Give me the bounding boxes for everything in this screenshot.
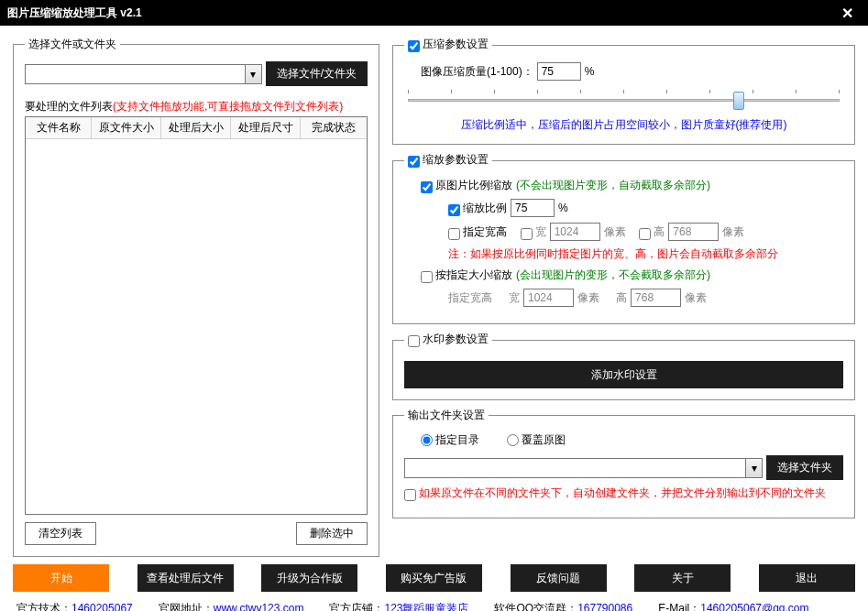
wh-checkbox[interactable]: 指定宽高 <box>448 224 507 240</box>
compress-toggle[interactable]: 压缩参数设置 <box>408 37 489 52</box>
file-select-legend: 选择文件或文件夹 <box>25 37 120 52</box>
col-newsize[interactable]: 处理后大小 <box>161 117 231 138</box>
output-group: 输出文件夹设置 指定目录 覆盖原图 ▾ 选择文件夹 如果原文件在不同的文件夹下，… <box>392 408 855 518</box>
watermark-toggle[interactable]: 水印参数设置 <box>408 332 489 347</box>
height-checkbox[interactable]: 高 <box>639 224 665 240</box>
width-input[interactable] <box>550 223 600 241</box>
width-checkbox[interactable]: 宽 <box>521 224 546 240</box>
tech-link[interactable]: 1460205067 <box>71 602 133 611</box>
delete-selected-button[interactable]: 删除选中 <box>296 522 368 545</box>
height-input[interactable] <box>668 223 719 241</box>
exit-button[interactable]: 退出 <box>759 564 855 592</box>
file-select-group: 选择文件或文件夹 ▾ 选择文件/文件夹 要处理的文件列表(支持文件拖放功能,可直… <box>13 37 379 557</box>
col-filename[interactable]: 文件名称 <box>26 117 92 138</box>
col-newdim[interactable]: 处理后尺寸 <box>231 117 301 138</box>
fixed-size-checkbox[interactable]: 按指定大小缩放 <box>421 267 512 283</box>
add-watermark-button[interactable]: 添加水印设置 <box>404 361 843 388</box>
compress-note: 压缩比例适中，压缩后的图片占用空间较小，图片质童好(推荐使用) <box>404 117 843 133</box>
file-table-body[interactable] <box>26 139 367 514</box>
mail-link[interactable]: 1460205067@qq.com <box>700 602 808 611</box>
file-path-combo[interactable]: ▾ <box>25 64 262 84</box>
buy-noad-button[interactable]: 购买免广告版 <box>386 564 482 592</box>
col-origsize[interactable]: 原文件大小 <box>92 117 161 138</box>
quality-label: 图像压缩质量(1-100)： <box>421 64 533 80</box>
select-file-button[interactable]: 选择文件/文件夹 <box>266 61 368 86</box>
qq-link[interactable]: 167790086 <box>577 602 632 611</box>
ratio-checkbox[interactable]: 缩放比例 <box>448 201 507 216</box>
title-bar: 图片压缩缩放处理工具 v2.1 ✕ <box>0 0 868 26</box>
feedback-button[interactable]: 反馈问题 <box>511 564 607 592</box>
compress-group: 压缩参数设置 图像压缩质量(1-100)： % 压缩比例适中，压缩后的图片占用空… <box>392 37 855 145</box>
scale-group: 缩放参数设置 原图片比例缩放 (不会出现图片变形，自动截取多余部分) 缩放比例 … <box>392 152 855 324</box>
ratio-input[interactable] <box>511 199 555 217</box>
col-status[interactable]: 完成状态 <box>301 117 367 138</box>
slider-thumb[interactable] <box>733 92 744 110</box>
upgrade-button[interactable]: 升级为合作版 <box>261 564 357 592</box>
quality-input[interactable] <box>537 62 581 81</box>
fixed-width-input[interactable] <box>523 289 574 307</box>
view-result-button[interactable]: 查看处理后文件 <box>137 564 234 592</box>
shop-link[interactable]: 123舞蹈服童装店 <box>384 602 468 611</box>
watermark-group: 水印参数设置 添加水印设置 <box>392 332 855 400</box>
chevron-down-icon[interactable]: ▾ <box>245 65 261 83</box>
scale-toggle[interactable]: 缩放参数设置 <box>408 152 489 168</box>
output-overwrite-radio[interactable]: 覆盖原图 <box>507 432 566 448</box>
close-icon[interactable]: ✕ <box>834 5 861 22</box>
fixed-height-input[interactable] <box>631 289 681 307</box>
output-legend: 输出文件夹设置 <box>404 408 489 423</box>
about-button[interactable]: 关于 <box>634 564 731 592</box>
start-button[interactable]: 开始 <box>13 564 109 592</box>
info-bar: 官方技术：1460205067 官网地址：www.ctwy123.com 官方店… <box>0 595 868 611</box>
filelist-label: 要处理的文件列表(支持文件拖放功能,可直接拖放文件到文件列表) <box>25 99 368 115</box>
file-table: 文件名称 原文件大小 处理后大小 处理后尺寸 完成状态 <box>25 116 368 515</box>
app-title: 图片压缩缩放处理工具 v2.1 <box>7 5 142 21</box>
site-link[interactable]: www.ctwy123.com <box>214 602 304 611</box>
action-bar: 开始 查看处理后文件 升级为合作版 购买免广告版 反馈问题 关于 退出 <box>0 561 868 595</box>
clear-list-button[interactable]: 清空列表 <box>25 522 96 545</box>
output-path-combo[interactable]: ▾ <box>404 458 763 478</box>
proportional-scale-checkbox[interactable]: 原图片比例缩放 <box>421 178 512 193</box>
auto-folder-checkbox[interactable]: 如果原文件在不同的文件夹下，自动创建文件夹，并把文件分别输出到不同的文件夹 <box>404 486 826 501</box>
output-dir-radio[interactable]: 指定目录 <box>421 432 479 448</box>
quality-slider[interactable] <box>404 90 843 112</box>
select-folder-button[interactable]: 选择文件夹 <box>766 455 843 480</box>
wh-note: 注：如果按原比例同时指定图片的宽、高，图片会自动截取多余部分 <box>448 246 843 262</box>
chevron-down-icon[interactable]: ▾ <box>745 459 762 477</box>
